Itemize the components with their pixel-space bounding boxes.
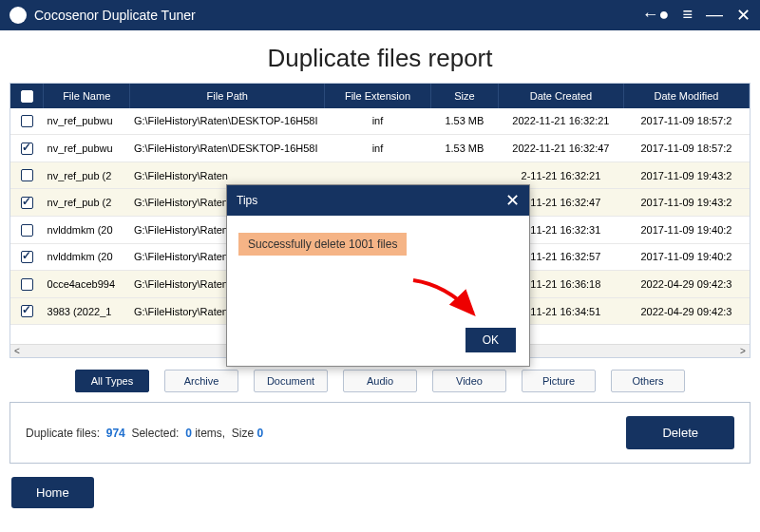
table-header-row: File Name File Path File Extension Size … (10, 84, 750, 108)
close-icon[interactable]: ✕ (736, 5, 750, 26)
row-checkbox[interactable] (21, 197, 33, 209)
cell-date-modified: 2017-11-09 19:40:2 (623, 216, 749, 243)
home-button[interactable]: Home (11, 477, 94, 508)
cell-date-modified: 2017-11-09 19:43:2 (623, 162, 749, 189)
cell-file-name: nv_ref_pubwu (44, 108, 130, 135)
row-checkbox[interactable] (21, 169, 33, 181)
size-value: 0 (257, 427, 264, 440)
filter-picture[interactable]: Picture (522, 370, 596, 392)
cell-date-modified: 2022-04-29 09:42:3 (623, 271, 749, 298)
cell-size: 1.53 MB (430, 108, 498, 135)
filter-bar: All TypesArchiveDocumentAudioVideoPictur… (10, 370, 750, 392)
selected-label: Selected: (131, 427, 179, 440)
table-row[interactable]: nv_ref_pubwuG:\FileHistory\Raten\DESKTOP… (10, 135, 750, 162)
selected-count: 0 (185, 427, 192, 440)
size-word: Size (232, 427, 254, 440)
status-bar: Duplicate files: 974 Selected: 0 items, … (10, 402, 750, 464)
titlebar: Cocosenor Duplicate Tuner ←● ≡ — ✕ (0, 0, 760, 30)
cell-file-name: nv_ref_pub (2 (44, 189, 130, 217)
cell-file-name: nv_ref_pub (2 (44, 162, 130, 189)
row-checkbox[interactable] (21, 224, 33, 237)
dup-count: 974 (106, 427, 125, 440)
cell-file-path: G:\FileHistory\Raten\DESKTOP-16H58I (130, 135, 325, 162)
page-title: Duplicate files report (10, 44, 750, 73)
col-date-modified[interactable]: Date Modified (623, 84, 749, 108)
share-icon[interactable]: ←● (642, 5, 670, 26)
filter-others[interactable]: Others (611, 370, 685, 392)
tips-dialog: Tips ✕ Successfully delete 1001 files OK (226, 184, 530, 367)
cell-file-ext: inf (325, 135, 431, 162)
cell-date-created: 2022-11-21 16:32:47 (498, 135, 623, 162)
cell-file-name: nvlddmkm (20 (44, 216, 130, 243)
filter-audio[interactable]: Audio (343, 370, 417, 392)
col-date-created[interactable]: Date Created (498, 84, 623, 108)
cell-date-modified: 2022-04-29 09:42:3 (623, 297, 749, 325)
cell-date-modified: 2017-11-09 18:57:2 (623, 108, 749, 135)
col-file-name[interactable]: File Name (44, 84, 130, 108)
cell-date-created: 2022-11-21 16:32:21 (498, 108, 623, 135)
scroll-left-icon[interactable]: < (10, 346, 24, 356)
app-icon (10, 7, 27, 24)
row-checkbox[interactable] (21, 115, 33, 127)
row-checkbox[interactable] (21, 251, 33, 263)
row-checkbox[interactable] (21, 142, 33, 155)
cell-date-modified: 2017-11-09 18:57:2 (623, 135, 749, 162)
cell-size: 1.53 MB (430, 135, 498, 162)
cell-file-name: 3983 (2022_1 (44, 297, 130, 325)
select-all-checkbox[interactable] (21, 90, 33, 103)
cell-file-name: nvlddmkm (20 (44, 243, 130, 271)
row-checkbox[interactable] (21, 278, 33, 291)
app-title: Cocosenor Duplicate Tuner (34, 8, 196, 23)
minimize-icon[interactable]: — (706, 5, 723, 26)
table-row[interactable]: nv_ref_pubwuG:\FileHistory\Raten\DESKTOP… (10, 108, 750, 135)
cell-file-name: 0cce4aceb994 (44, 271, 130, 298)
col-file-path[interactable]: File Path (130, 84, 325, 108)
menu-icon[interactable]: ≡ (682, 5, 693, 26)
cell-file-ext: inf (325, 108, 431, 135)
dialog-close-icon[interactable]: ✕ (505, 190, 520, 211)
items-word: items, (195, 427, 225, 440)
filter-video[interactable]: Video (432, 370, 506, 392)
filter-archive[interactable]: Archive (164, 370, 238, 392)
cell-file-name: nv_ref_pubwu (44, 135, 130, 162)
dialog-title: Tips (237, 194, 257, 207)
filter-all-types[interactable]: All Types (75, 370, 149, 392)
cell-file-path: G:\FileHistory\Raten\DESKTOP-16H58I (130, 108, 325, 135)
col-file-ext[interactable]: File Extension (325, 84, 431, 108)
scroll-right-icon[interactable]: > (736, 346, 750, 356)
dup-label: Duplicate files: (26, 427, 100, 440)
cell-date-modified: 2017-11-09 19:40:2 (623, 243, 749, 271)
ok-button[interactable]: OK (466, 328, 516, 352)
delete-button[interactable]: Delete (626, 416, 734, 449)
dialog-message: Successfully delete 1001 files (238, 233, 407, 256)
col-size[interactable]: Size (430, 84, 498, 108)
filter-document[interactable]: Document (254, 370, 328, 392)
row-checkbox[interactable] (21, 305, 33, 317)
cell-date-modified: 2017-11-09 19:43:2 (623, 189, 749, 217)
